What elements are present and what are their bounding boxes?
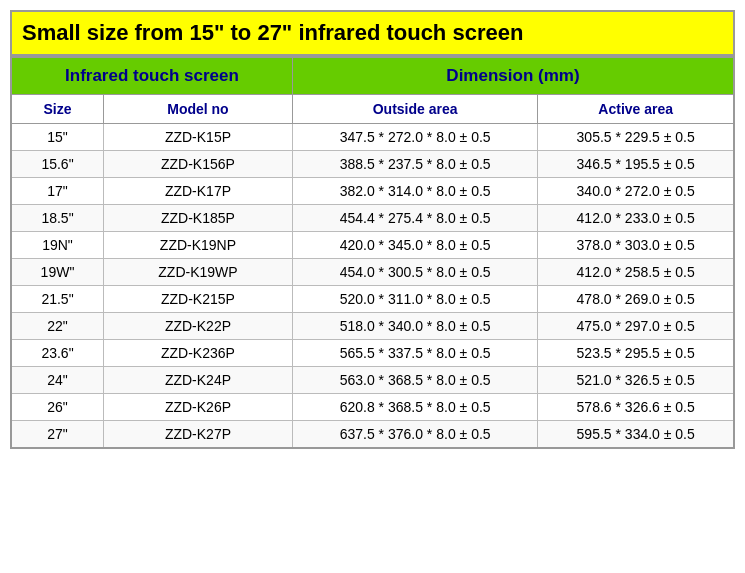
cell-model: ZZD-K26P bbox=[104, 394, 293, 421]
cell-model: ZZD-K27P bbox=[104, 421, 293, 449]
cell-size: 27" bbox=[11, 421, 104, 449]
page-wrapper: Small size from 15" to 27" infrared touc… bbox=[0, 0, 745, 459]
header-dimension: Dimension (mm) bbox=[292, 57, 734, 95]
cell-outside: 637.5 * 376.0 * 8.0 ± 0.5 bbox=[292, 421, 537, 449]
cell-model: ZZD-K22P bbox=[104, 313, 293, 340]
subheader-outside: Outside area bbox=[292, 95, 537, 124]
cell-active: 346.5 * 195.5 ± 0.5 bbox=[538, 151, 734, 178]
cell-active: 595.5 * 334.0 ± 0.5 bbox=[538, 421, 734, 449]
cell-outside: 382.0 * 314.0 * 8.0 ± 0.5 bbox=[292, 178, 537, 205]
cell-size: 15.6" bbox=[11, 151, 104, 178]
cell-size: 17" bbox=[11, 178, 104, 205]
table-row: 17" ZZD-K17P 382.0 * 314.0 * 8.0 ± 0.5 3… bbox=[11, 178, 734, 205]
data-table: Infrared touch screen Dimension (mm) Siz… bbox=[10, 56, 735, 449]
table-row: 23.6" ZZD-K236P 565.5 * 337.5 * 8.0 ± 0.… bbox=[11, 340, 734, 367]
cell-model: ZZD-K17P bbox=[104, 178, 293, 205]
cell-size: 22" bbox=[11, 313, 104, 340]
table-row: 15" ZZD-K15P 347.5 * 272.0 * 8.0 ± 0.5 3… bbox=[11, 124, 734, 151]
header-infrared: Infrared touch screen bbox=[11, 57, 292, 95]
table-row: 27" ZZD-K27P 637.5 * 376.0 * 8.0 ± 0.5 5… bbox=[11, 421, 734, 449]
cell-active: 475.0 * 297.0 ± 0.5 bbox=[538, 313, 734, 340]
cell-size: 15" bbox=[11, 124, 104, 151]
cell-model: ZZD-K19NP bbox=[104, 232, 293, 259]
table-body: 15" ZZD-K15P 347.5 * 272.0 * 8.0 ± 0.5 3… bbox=[11, 124, 734, 449]
cell-outside: 565.5 * 337.5 * 8.0 ± 0.5 bbox=[292, 340, 537, 367]
cell-outside: 620.8 * 368.5 * 8.0 ± 0.5 bbox=[292, 394, 537, 421]
header-row-group: Infrared touch screen Dimension (mm) bbox=[11, 57, 734, 95]
table-row: 24" ZZD-K24P 563.0 * 368.5 * 8.0 ± 0.5 5… bbox=[11, 367, 734, 394]
subheader-size: Size bbox=[11, 95, 104, 124]
cell-size: 23.6" bbox=[11, 340, 104, 367]
cell-model: ZZD-K236P bbox=[104, 340, 293, 367]
cell-size: 18.5" bbox=[11, 205, 104, 232]
table-row: 22" ZZD-K22P 518.0 * 340.0 * 8.0 ± 0.5 4… bbox=[11, 313, 734, 340]
cell-model: ZZD-K19WP bbox=[104, 259, 293, 286]
cell-model: ZZD-K15P bbox=[104, 124, 293, 151]
cell-model: ZZD-K156P bbox=[104, 151, 293, 178]
table-row: 19W" ZZD-K19WP 454.0 * 300.5 * 8.0 ± 0.5… bbox=[11, 259, 734, 286]
subheader-row: Size Model no Outside area Active area bbox=[11, 95, 734, 124]
table-row: 19N" ZZD-K19NP 420.0 * 345.0 * 8.0 ± 0.5… bbox=[11, 232, 734, 259]
cell-active: 521.0 * 326.5 ± 0.5 bbox=[538, 367, 734, 394]
cell-active: 523.5 * 295.5 ± 0.5 bbox=[538, 340, 734, 367]
cell-active: 378.0 * 303.0 ± 0.5 bbox=[538, 232, 734, 259]
main-title: Small size from 15" to 27" infrared touc… bbox=[10, 10, 735, 56]
cell-model: ZZD-K215P bbox=[104, 286, 293, 313]
cell-active: 340.0 * 272.0 ± 0.5 bbox=[538, 178, 734, 205]
cell-model: ZZD-K24P bbox=[104, 367, 293, 394]
cell-size: 21.5" bbox=[11, 286, 104, 313]
cell-size: 19N" bbox=[11, 232, 104, 259]
cell-size: 26" bbox=[11, 394, 104, 421]
table-row: 18.5" ZZD-K185P 454.4 * 275.4 * 8.0 ± 0.… bbox=[11, 205, 734, 232]
cell-active: 478.0 * 269.0 ± 0.5 bbox=[538, 286, 734, 313]
subheader-active: Active area bbox=[538, 95, 734, 124]
cell-outside: 454.0 * 300.5 * 8.0 ± 0.5 bbox=[292, 259, 537, 286]
cell-model: ZZD-K185P bbox=[104, 205, 293, 232]
table-row: 21.5" ZZD-K215P 520.0 * 311.0 * 8.0 ± 0.… bbox=[11, 286, 734, 313]
table-row: 15.6" ZZD-K156P 388.5 * 237.5 * 8.0 ± 0.… bbox=[11, 151, 734, 178]
cell-active: 305.5 * 229.5 ± 0.5 bbox=[538, 124, 734, 151]
cell-outside: 520.0 * 311.0 * 8.0 ± 0.5 bbox=[292, 286, 537, 313]
cell-outside: 563.0 * 368.5 * 8.0 ± 0.5 bbox=[292, 367, 537, 394]
cell-outside: 388.5 * 237.5 * 8.0 ± 0.5 bbox=[292, 151, 537, 178]
cell-outside: 454.4 * 275.4 * 8.0 ± 0.5 bbox=[292, 205, 537, 232]
table-row: 26" ZZD-K26P 620.8 * 368.5 * 8.0 ± 0.5 5… bbox=[11, 394, 734, 421]
cell-outside: 518.0 * 340.0 * 8.0 ± 0.5 bbox=[292, 313, 537, 340]
cell-active: 578.6 * 326.6 ± 0.5 bbox=[538, 394, 734, 421]
cell-active: 412.0 * 258.5 ± 0.5 bbox=[538, 259, 734, 286]
cell-active: 412.0 * 233.0 ± 0.5 bbox=[538, 205, 734, 232]
cell-outside: 420.0 * 345.0 * 8.0 ± 0.5 bbox=[292, 232, 537, 259]
cell-size: 19W" bbox=[11, 259, 104, 286]
cell-outside: 347.5 * 272.0 * 8.0 ± 0.5 bbox=[292, 124, 537, 151]
subheader-model: Model no bbox=[104, 95, 293, 124]
cell-size: 24" bbox=[11, 367, 104, 394]
